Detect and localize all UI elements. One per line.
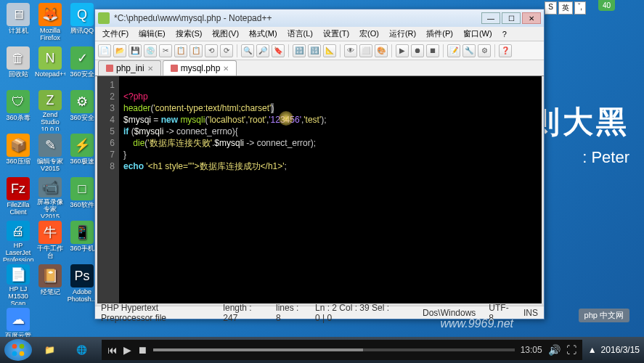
app-icon: □ <box>70 177 94 200</box>
menu-item[interactable]: 宏(O) <box>355 27 383 41</box>
toolbar-button[interactable]: 📄 <box>98 44 111 57</box>
system-tray[interactable]: ▲ 2016/3/15 <box>588 345 640 355</box>
toolbar-button[interactable]: 🔖 <box>272 44 285 57</box>
toolbar-button[interactable]: 🎨 <box>375 44 388 57</box>
menu-item[interactable]: 窗口(W) <box>459 27 497 41</box>
desktop-icon[interactable]: 🖨HP LaserJet Profession... <box>3 221 33 261</box>
menu-item[interactable]: 设置(T) <box>319 27 354 41</box>
menu-item[interactable]: 文件(F) <box>98 27 133 41</box>
svg-point-1 <box>20 344 25 349</box>
desktop-icon[interactable]: 牛千牛工作台 <box>35 221 65 261</box>
prev-button[interactable]: ⏮ <box>107 344 118 356</box>
notification-badge[interactable]: 40 <box>598 0 615 11</box>
close-tab-icon[interactable]: ✕ <box>223 65 229 73</box>
toolbar[interactable]: 📄📂💾💿✂📋📋⟲⟳🔍🔎🔖🔡🔢📐👁⬜🎨▶⏺⏹📝🔧⚙❓ <box>95 41 544 60</box>
toolbar-button[interactable]: ✂ <box>159 44 172 57</box>
minimize-button[interactable]: — <box>481 12 500 24</box>
app-icon: 牛 <box>38 221 62 244</box>
tab-bar[interactable]: php_ini✕mysql.php✕ <box>95 60 544 76</box>
desktop-icon[interactable]: 📱360手机 <box>67 221 97 261</box>
toolbar-button[interactable]: ⏹ <box>426 44 439 57</box>
toolbar-button[interactable]: 🔡 <box>293 44 306 57</box>
menu-item[interactable]: 格式(M) <box>245 27 282 41</box>
desktop-icon[interactable]: 🦊Mozilla Firefox <box>35 3 65 44</box>
play-button[interactable]: ▶ <box>123 344 131 356</box>
toolbar-button[interactable]: 📝 <box>447 44 460 57</box>
desktop-icon[interactable]: 📔经笔记 <box>35 264 65 305</box>
ime-bar[interactable]: S 英 ˇ, <box>545 1 586 15</box>
desktop-icon[interactable]: 🖥计算机 <box>3 3 33 44</box>
menu-item[interactable]: 编辑(E) <box>134 27 170 41</box>
desktop-icon[interactable]: ZZend Studio 10.0.0 <box>35 90 65 131</box>
desktop-icon[interactable]: ✎编辑专家 V2015 <box>35 134 65 174</box>
file-tab[interactable]: mysql.php✕ <box>163 60 237 76</box>
close-button[interactable]: ✕ <box>522 12 541 24</box>
desktop-icon[interactable]: 📹屏幕录像专家 V2015 <box>35 177 65 218</box>
menu-item[interactable]: 搜索(S) <box>171 27 207 41</box>
start-button[interactable] <box>4 339 32 361</box>
toolbar-button[interactable]: ❓ <box>499 44 512 57</box>
close-tab-icon[interactable]: ✕ <box>147 65 153 73</box>
toolbar-button[interactable]: ▶ <box>396 44 409 57</box>
desktop-icon[interactable]: 📦360压缩 <box>3 134 33 174</box>
toolbar-button[interactable]: 📐 <box>323 44 336 57</box>
desktop-icon[interactable]: PsAdobe Photosh... <box>67 264 97 305</box>
desktop-icon[interactable]: FzFileZilla Client <box>3 177 33 218</box>
code-token: 'content-type:text/html;charset' <box>153 103 271 113</box>
toolbar-button[interactable]: 📋 <box>189 44 203 57</box>
desktop-icon[interactable]: 📄HP LJ M1530 Scan <box>3 264 33 305</box>
stop-button[interactable]: ⏹ <box>137 344 147 356</box>
app-icon: Fz <box>7 177 30 200</box>
app-icon: Ps <box>70 264 94 287</box>
desktop-icon[interactable]: Q腾讯QQ <box>67 3 97 44</box>
icon-label: 计算机 <box>9 28 28 35</box>
code-area[interactable]: <?php header('content-type:text/html;cha… <box>119 76 542 303</box>
desktop-icon[interactable]: ⚡360极速 <box>67 134 97 174</box>
desktop-icon[interactable]: 🛡360杀毒 <box>3 90 33 131</box>
taskbar-item[interactable]: 🌐 <box>67 340 96 360</box>
menu-item[interactable]: 语言(L) <box>283 27 317 41</box>
titlebar[interactable]: *C:\phpedu\www\mysql.php - Notepad++ — ☐… <box>95 9 544 27</box>
menu-item[interactable]: 插件(P) <box>422 27 457 41</box>
desktop-icon[interactable]: □360软件 <box>67 177 97 218</box>
volume-icon[interactable]: 🔊 <box>548 344 561 356</box>
tray-icon[interactable]: ▲ <box>588 345 597 355</box>
toolbar-button[interactable]: ⟳ <box>220 44 233 57</box>
toolbar-button[interactable]: ⏺ <box>411 44 424 57</box>
menu-item[interactable]: ? <box>498 28 511 40</box>
desktop-icon[interactable]: NNotepad++ <box>35 46 65 87</box>
toolbar-button[interactable]: ⚙ <box>478 44 491 57</box>
editor[interactable]: 12345678 <?php header('content-type:text… <box>95 76 544 306</box>
toolbar-button[interactable]: ⬜ <box>359 44 372 57</box>
toolbar-button[interactable]: 🔧 <box>462 44 476 57</box>
app-icon: 🖨 <box>7 221 30 241</box>
toolbar-button[interactable]: ⟲ <box>205 44 218 57</box>
toolbar-button[interactable]: 🔢 <box>308 44 321 57</box>
line-number: 1 <box>97 79 115 91</box>
desktop-icon[interactable]: ✓360安全 <box>67 46 97 87</box>
ime-b[interactable]: 英 <box>558 1 573 15</box>
fullscreen-button[interactable]: ⛶ <box>566 344 576 356</box>
menu-item[interactable]: 运行(R) <box>385 27 420 41</box>
toolbar-button[interactable]: 💿 <box>144 44 157 57</box>
desktop-icon[interactable]: ⚙360安全 <box>67 90 97 131</box>
app-icon: ⚡ <box>70 134 94 157</box>
media-player[interactable]: ⏮ ▶ ⏹ 13:05 🔊 ⛶ <box>102 340 582 360</box>
maximize-button[interactable]: ☐ <box>502 12 521 24</box>
toolbar-button[interactable]: 📂 <box>113 44 126 57</box>
toolbar-button[interactable]: 💾 <box>129 44 142 57</box>
toolbar-button[interactable]: 📋 <box>174 44 187 57</box>
toolbar-button[interactable]: 🔎 <box>256 44 269 57</box>
progress-bar[interactable] <box>153 348 515 351</box>
menu-item[interactable]: 视图(V) <box>208 27 243 41</box>
toolbar-button[interactable]: 🔍 <box>241 44 254 57</box>
file-tab[interactable]: php_ini✕ <box>98 60 161 76</box>
toolbar-button[interactable]: 👁 <box>344 44 357 57</box>
desktop-icon[interactable]: 🗑回收站 <box>3 46 33 87</box>
taskbar-item[interactable]: 📁 <box>35 340 64 360</box>
taskbar[interactable]: 📁 🌐 ⏮ ▶ ⏹ 13:05 🔊 ⛶ ▲ 2016/3/15 <box>0 337 644 363</box>
ime-a[interactable]: S <box>545 1 557 15</box>
menubar[interactable]: 文件(F)编辑(E)搜索(S)视图(V)格式(M)语言(L)设置(T)宏(O)运… <box>95 27 544 41</box>
phpcn-badge[interactable]: php 中文网 <box>579 309 629 322</box>
ime-c[interactable]: ˇ, <box>574 1 586 15</box>
